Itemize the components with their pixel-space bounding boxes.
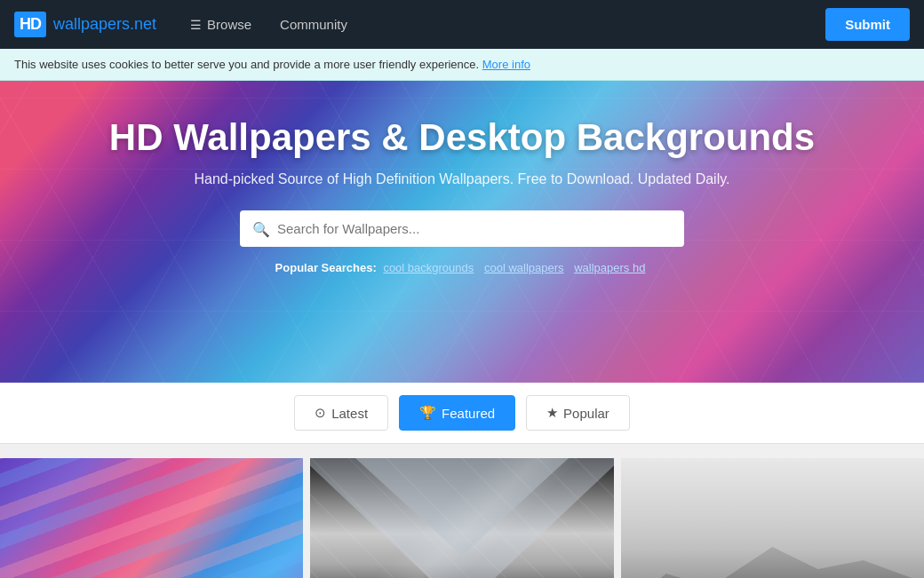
star-icon: ★	[546, 405, 558, 421]
logo-tld: .net	[130, 15, 156, 33]
popular-link-3[interactable]: wallpapers hd	[574, 261, 645, 274]
tab-featured[interactable]: 🏆 Featured	[399, 395, 515, 431]
nav-links: ☰ Browse Community	[178, 10, 825, 39]
cookie-text: This website uses cookies to better serv…	[14, 58, 479, 71]
tab-featured-label: Featured	[442, 406, 495, 421]
logo-text: wallpapers.net	[53, 15, 156, 34]
popular-searches: Popular Searches: cool backgrounds cool …	[18, 261, 906, 274]
cookie-more-info-link[interactable]: More info	[482, 58, 530, 71]
gallery-item-2[interactable]	[310, 458, 613, 578]
hero-title: HD Wallpapers & Desktop Backgrounds	[18, 116, 906, 159]
community-link[interactable]: Community	[267, 10, 360, 39]
submit-button[interactable]: Submit	[825, 8, 910, 41]
hero-section: HD Wallpapers & Desktop Backgrounds Hand…	[0, 81, 924, 383]
triangle-inner	[355, 458, 569, 556]
tab-latest-label: Latest	[331, 406, 368, 421]
gallery-item-3[interactable]	[621, 458, 924, 578]
search-input[interactable]	[240, 210, 684, 247]
logo-hd: HD	[14, 12, 46, 37]
navbar: HD wallpapers.net ☰ Browse Community Sub…	[0, 0, 924, 49]
popular-label: Popular Searches:	[275, 261, 377, 274]
trophy-icon: 🏆	[419, 405, 436, 421]
browse-link[interactable]: ☰ Browse	[178, 10, 264, 39]
hamburger-icon: ☰	[190, 18, 202, 32]
gallery	[0, 444, 924, 578]
search-bar: 🔍	[240, 210, 684, 247]
tabs-bar: ⊙ Latest 🏆 Featured ★ Popular	[0, 383, 924, 444]
popular-link-1[interactable]: cool backgrounds	[383, 261, 474, 274]
hero-subtitle: Hand-picked Source of High Definition Wa…	[18, 171, 906, 187]
logo[interactable]: HD wallpapers.net	[14, 12, 156, 37]
community-label: Community	[280, 17, 347, 32]
tab-popular[interactable]: ★ Popular	[526, 395, 630, 431]
gallery-item-1[interactable]	[0, 458, 303, 578]
tab-popular-label: Popular	[563, 406, 609, 421]
popular-link-2[interactable]: cool wallpapers	[484, 261, 564, 274]
cookie-banner: This website uses cookies to better serv…	[0, 49, 924, 81]
browse-label: Browse	[207, 17, 251, 32]
clock-icon: ⊙	[315, 405, 326, 421]
logo-name: wallpapers	[53, 15, 130, 33]
triangle-outer	[310, 458, 613, 578]
tab-latest[interactable]: ⊙ Latest	[294, 395, 388, 431]
